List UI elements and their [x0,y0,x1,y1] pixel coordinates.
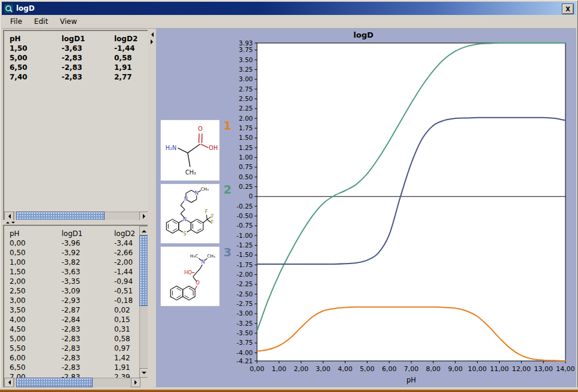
table-row[interactable]: 5,00-2,830,58 [4,334,139,344]
table-cell: -2,66 [114,248,139,258]
table-cell: -3,82 [62,258,114,267]
y-tick-label: -3.25 [237,320,253,327]
scrollbar-track[interactable] [14,378,131,387]
x-tick-label: 5,00 [360,365,375,373]
table-row[interactable]: 3,50-2,870,02 [4,305,139,315]
x-tick-label: 1,00 [272,365,287,373]
table-cell: 5,00 [10,53,62,63]
table-row[interactable]: 4,00-2,840,15 [4,315,139,324]
x-axis-label: pH [406,376,416,384]
x-tick-label: 12,00 [512,365,531,373]
table-header-row: pHlogD1logD2 [4,34,149,44]
collapse-left-icon[interactable] [149,32,154,37]
y-tick-label: 1.75 [239,124,253,131]
table-cell: 0,31 [114,324,139,334]
table-cell: -2,93 [62,296,114,305]
y-tick-label: 1.00 [239,154,253,161]
table-cell: -0,18 [114,296,139,305]
collapse-right-icon[interactable] [151,39,155,44]
table-row[interactable]: 1,00-3,82-2,00 [4,258,139,267]
table-cell: 3,50 [10,305,62,315]
table-cell: 7,40 [10,72,62,82]
table-cell: -2,00 [114,258,139,267]
y-tick-label: -2.50 [237,290,253,298]
x-tick-label: 7,00 [404,365,419,373]
window-title: logD [16,4,35,13]
table-cell: -2,83 [62,324,114,334]
split-divider-vertical[interactable] [148,29,156,391]
table-row[interactable]: 5,00-2,830,58 [4,53,149,63]
table-cell: pH [10,34,62,44]
ph-logd-summary-table[interactable]: pHlogD1logD21,50-3,63-1,445,00-2,830,586… [3,30,150,222]
table-cell: 0,58 [114,334,139,344]
x-tick-label: 4,00 [338,365,353,373]
table-cell: pH [10,229,62,238]
table-cell: 1,50 [10,44,62,53]
table-cell: -0,51 [114,286,139,296]
table-row[interactable]: 7,00-2,832,39 [4,372,139,378]
table-cell: -3,63 [62,267,114,277]
y-tick-label: -3.00 [237,310,253,317]
ph-logd-full-table[interactable]: pHlogD1logD20,00-3,96-3,440,50-3,92-2,66… [3,225,150,388]
close-button[interactable]: X [562,4,574,14]
logd-chart: logDpH3.933.753.503.253.002.752.502.252.… [157,29,576,387]
table-row[interactable]: 5,50-2,830,97 [4,344,139,353]
table-cell: -2,83 [62,363,114,372]
y-tick-label: 0.25 [239,183,253,190]
table-cell: 6,50 [10,363,62,372]
x-tick-label: 2,00 [293,365,308,373]
title-bar[interactable]: logD X [2,2,576,15]
table-cell: 5,00 [10,334,62,344]
summary-table-rows: pHlogD1logD21,50-3,63-1,445,00-2,830,586… [4,32,149,212]
table-row[interactable]: 4,50-2,830,31 [4,324,139,334]
table-row[interactable]: 1,50-3,63-1,44 [4,267,139,277]
y-tick-label: 3.93 [239,39,253,47]
scrollbar-right-button[interactable] [131,378,140,387]
table-row[interactable]: 0,00-3,96-3,44 [4,238,139,248]
table-row[interactable]: 3,00-2,93-0,18 [4,296,139,305]
x-tick-label: 8,00 [426,365,441,373]
table-row[interactable]: 6,50-2,831,91 [4,363,139,372]
app-icon[interactable] [4,4,13,13]
main-content: pHlogD1logD21,50-3,63-1,445,00-2,830,586… [2,29,576,387]
menu-file[interactable]: File [4,16,28,27]
x-tick-label: 9,00 [448,365,463,373]
menu-edit[interactable]: Edit [28,16,54,27]
table-cell: 4,00 [10,315,62,324]
y-tick-label: 1.25 [239,144,253,151]
x-tick-label: 0,00 [250,365,265,373]
table-cell: -3,63 [62,44,114,53]
table-cell: -2,84 [62,315,114,324]
y-tick-label: 2.50 [239,95,253,102]
triangle-right-icon [134,380,139,385]
menu-view[interactable]: View [54,16,82,27]
table-cell: 5,50 [10,344,62,353]
y-tick-label: -0.75 [237,222,253,229]
table-cell: 0,50 [10,248,62,258]
table-cell: -2,83 [62,72,114,82]
split-divider-horizontal[interactable] [3,220,151,225]
table-cell: -1,44 [114,44,149,53]
table-cell: 2,50 [10,286,62,296]
x-tick-label: 6,00 [382,365,397,373]
table-row[interactable]: 2,50-3,09-0,51 [4,286,139,296]
table-row[interactable]: 1,50-3,63-1,44 [4,44,149,53]
triangle-down-icon [142,372,146,376]
table-row[interactable]: 2,00-3,35-0,94 [4,277,139,286]
scrollbar-thumb[interactable] [16,378,93,387]
scrollbar-left-button[interactable] [4,378,14,387]
horizontal-scrollbar[interactable] [4,378,140,387]
table-row[interactable]: 7,40-2,832,77 [4,72,149,82]
y-tick-label: -1.50 [237,251,253,258]
table-row[interactable]: 6,50-2,831,91 [4,63,149,72]
table-cell: 6,00 [10,353,62,363]
table-cell: 1,91 [114,363,139,372]
desktop-edge-strip [0,390,578,392]
table-row[interactable]: 0,50-3,92-2,66 [4,248,139,258]
table-cell: 0,15 [114,315,139,324]
collapse-up-icon[interactable] [6,220,10,223]
table-row[interactable]: 6,00-2,831,42 [4,353,139,363]
table-cell: -2,83 [62,53,114,63]
y-tick-label: -3.75 [237,339,253,346]
table-cell: 2,39 [114,372,139,378]
